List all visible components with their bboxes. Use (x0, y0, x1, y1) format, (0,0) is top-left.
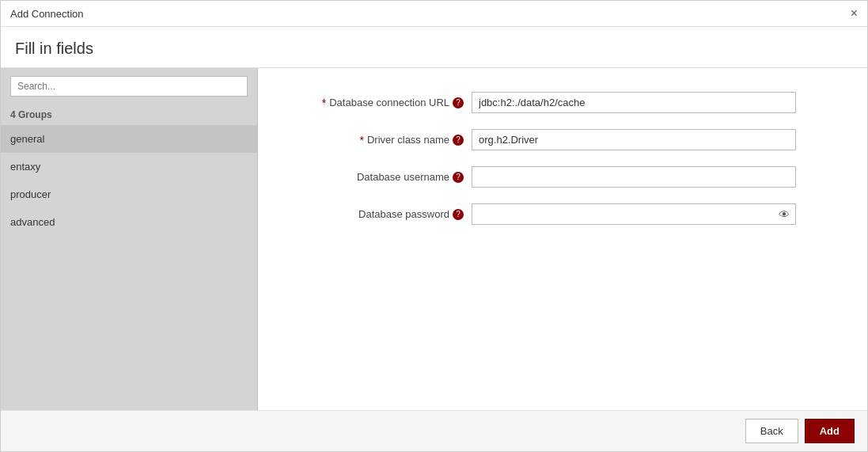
required-star-url: * (322, 97, 326, 109)
db-username-row: Database username ? (290, 166, 836, 188)
dialog-body: 4 Groups general entaxy producer advance… (1, 68, 867, 410)
db-password-help-icon[interactable]: ? (453, 209, 464, 220)
db-password-label: Database password ? (290, 208, 472, 220)
sidebar-item-advanced[interactable]: advanced (1, 208, 257, 236)
db-url-help-icon[interactable]: ? (453, 97, 464, 108)
db-username-help-icon[interactable]: ? (453, 172, 464, 183)
eye-icon[interactable]: 👁 (779, 208, 790, 221)
dialog-header: Fill in fields (1, 27, 867, 68)
dialog-footer: Back Add (1, 410, 867, 451)
add-connection-dialog: Add Connection × Fill in fields 4 Groups… (0, 0, 868, 452)
main-content: * Database connection URL ? * Driver cla… (258, 68, 867, 410)
db-url-input[interactable] (472, 92, 796, 113)
sidebar-item-entaxy[interactable]: entaxy (1, 153, 257, 180)
sidebar-item-general[interactable]: general (1, 125, 257, 153)
db-username-input[interactable] (472, 166, 796, 188)
search-box (10, 76, 248, 97)
db-url-label: * Database connection URL ? (290, 97, 472, 109)
dialog-title: Add Connection (10, 8, 84, 20)
groups-label: 4 Groups (1, 104, 257, 125)
back-button[interactable]: Back (745, 419, 798, 443)
db-url-row: * Database connection URL ? (290, 92, 836, 113)
driver-class-row: * Driver class name ? (290, 129, 836, 150)
page-title: Fill in fields (15, 40, 853, 58)
driver-class-help-icon[interactable]: ? (453, 135, 464, 146)
driver-class-input[interactable] (472, 129, 796, 150)
driver-class-label: * Driver class name ? (290, 134, 472, 146)
db-username-label: Database username ? (290, 171, 472, 183)
close-button[interactable]: × (851, 7, 858, 20)
db-password-input[interactable] (472, 203, 796, 225)
required-star-driver: * (360, 134, 364, 146)
password-wrapper: 👁 (472, 203, 796, 225)
add-button[interactable]: Add (805, 419, 855, 443)
sidebar-item-producer[interactable]: producer (1, 180, 257, 208)
db-password-row: Database password ? 👁 (290, 203, 836, 225)
sidebar: 4 Groups general entaxy producer advance… (1, 68, 258, 410)
dialog-title-bar: Add Connection × (1, 1, 867, 27)
search-input[interactable] (10, 76, 248, 97)
